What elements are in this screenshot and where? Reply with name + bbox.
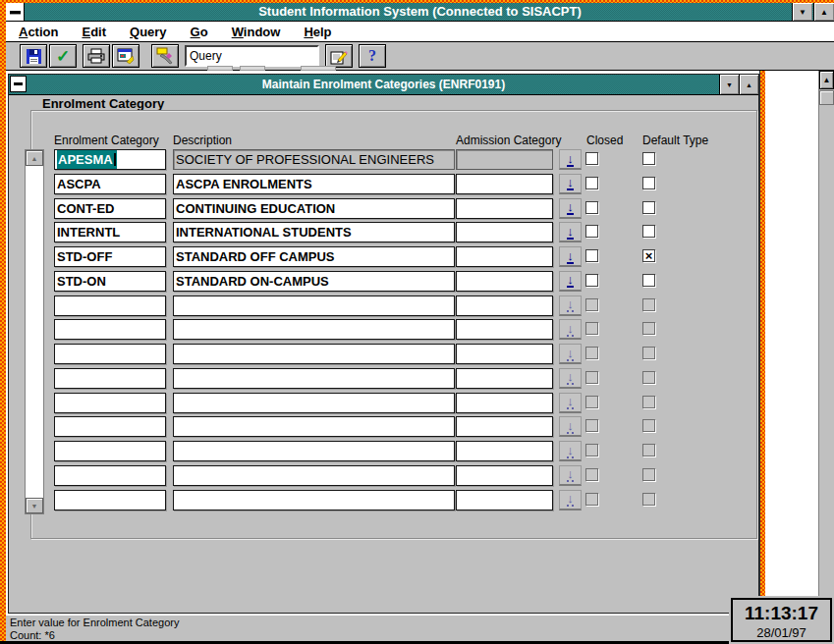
- menu-go[interactable]: Go: [191, 25, 208, 39]
- default-type-checkbox[interactable]: [642, 371, 655, 384]
- default-type-checkbox[interactable]: [642, 152, 655, 165]
- admission-category-field[interactable]: [456, 271, 553, 292]
- admission-category-field[interactable]: [456, 344, 553, 364]
- closed-checkbox[interactable]: [585, 371, 598, 384]
- maximize-button[interactable]: ▲: [813, 3, 834, 21]
- description-field[interactable]: [173, 490, 455, 510]
- enrolment-category-field[interactable]: [54, 368, 166, 389]
- description-field[interactable]: STANDARD ON-CAMPUS: [173, 271, 455, 292]
- default-type-checkbox[interactable]: [642, 274, 655, 287]
- default-type-checkbox[interactable]: [642, 225, 655, 238]
- closed-checkbox[interactable]: [585, 249, 598, 262]
- form-maximize-button[interactable]: ▲: [739, 75, 758, 94]
- print-button[interactable]: [83, 44, 110, 68]
- closed-checkbox[interactable]: [585, 274, 598, 287]
- enrolment-category-field[interactable]: STD-ON: [54, 271, 166, 292]
- admission-category-field[interactable]: [456, 319, 553, 340]
- form-minimize-button[interactable]: ▼: [719, 75, 739, 94]
- menu-help[interactable]: Help: [304, 25, 331, 39]
- closed-checkbox[interactable]: [585, 419, 598, 432]
- closed-checkbox[interactable]: [585, 493, 598, 506]
- edit-button[interactable]: [325, 44, 353, 68]
- admission-category-field[interactable]: [456, 368, 553, 389]
- admission-category-lov-button[interactable]: ↓: [559, 441, 582, 461]
- menu-window[interactable]: Window: [232, 25, 281, 39]
- default-type-checkbox[interactable]: [642, 249, 655, 262]
- description-field[interactable]: ASCPA ENROLMENTS: [173, 174, 455, 194]
- admission-category-lov-button[interactable]: ↓: [559, 295, 582, 316]
- admission-category-lov-button[interactable]: ↓: [559, 174, 582, 194]
- admission-category-field[interactable]: [456, 465, 553, 486]
- enrolment-category-field[interactable]: APESMA: [54, 149, 166, 170]
- admission-category-lov-button[interactable]: ↓: [559, 465, 582, 486]
- default-type-checkbox[interactable]: [642, 177, 655, 189]
- scroll-up-icon[interactable]: ▲: [819, 71, 834, 89]
- enrolment-category-field[interactable]: CONT-ED: [54, 198, 166, 219]
- admission-category-lov-button[interactable]: ↓: [559, 198, 582, 219]
- description-field[interactable]: SOCIETY OF PROFESSIONAL ENGINEERS: [173, 149, 455, 170]
- closed-checkbox[interactable]: [585, 177, 598, 189]
- description-field[interactable]: [173, 416, 455, 437]
- admission-category-field[interactable]: [456, 174, 553, 194]
- description-field[interactable]: INTERNATIONAL STUDENTS: [173, 222, 455, 242]
- closed-checkbox[interactable]: [585, 201, 598, 214]
- enrolment-category-field[interactable]: STD-OFF: [54, 246, 166, 267]
- description-field[interactable]: [173, 344, 455, 364]
- default-type-checkbox[interactable]: [642, 419, 655, 432]
- menu-query[interactable]: Query: [130, 25, 167, 39]
- admission-category-lov-button[interactable]: ↓: [559, 319, 582, 340]
- admission-category-field[interactable]: [456, 416, 553, 437]
- description-field[interactable]: [173, 368, 455, 389]
- closed-checkbox[interactable]: [585, 152, 598, 165]
- closed-checkbox[interactable]: [585, 396, 598, 408]
- save-button[interactable]: [20, 44, 47, 68]
- admission-category-lov-button[interactable]: ↓: [559, 149, 582, 170]
- description-field[interactable]: [173, 319, 455, 340]
- enrolment-category-field[interactable]: [54, 490, 166, 510]
- enrolment-category-field[interactable]: [54, 319, 166, 340]
- admission-category-field[interactable]: [456, 441, 553, 461]
- enrolment-category-field[interactable]: [54, 295, 166, 316]
- admission-category-field[interactable]: [456, 246, 553, 267]
- description-field[interactable]: CONTINUING EDUCATION: [173, 198, 455, 219]
- admission-category-field[interactable]: [456, 490, 553, 510]
- admission-category-lov-button[interactable]: ↓: [559, 344, 582, 364]
- closed-checkbox[interactable]: [585, 347, 598, 359]
- enter-query-button[interactable]: [151, 44, 179, 68]
- minimize-button[interactable]: ▼: [792, 3, 812, 21]
- admission-category-lov-button[interactable]: ↓: [559, 222, 582, 242]
- accept-button[interactable]: ✓: [49, 44, 77, 68]
- default-type-checkbox[interactable]: [642, 201, 655, 214]
- default-type-checkbox[interactable]: [642, 493, 655, 506]
- description-field[interactable]: [173, 393, 455, 413]
- default-type-checkbox[interactable]: [642, 396, 655, 408]
- default-type-checkbox[interactable]: [642, 322, 655, 335]
- closed-checkbox[interactable]: [585, 468, 598, 481]
- admission-category-lov-button[interactable]: ↓: [559, 490, 582, 510]
- default-type-checkbox[interactable]: [642, 444, 655, 456]
- print-setup-button[interactable]: [112, 44, 139, 68]
- admission-category-lov-button[interactable]: ↓: [559, 271, 582, 292]
- admission-category-lov-button[interactable]: ↓: [559, 393, 582, 413]
- enrolment-category-field[interactable]: [54, 465, 166, 486]
- admission-category-lov-button[interactable]: ↓: [559, 416, 582, 437]
- admission-category-field[interactable]: [456, 295, 553, 316]
- menu-edit[interactable]: Edit: [82, 25, 106, 39]
- description-field[interactable]: STANDARD OFF CAMPUS: [173, 246, 455, 267]
- scrollbar-thumb[interactable]: [819, 90, 834, 105]
- description-field[interactable]: [173, 465, 455, 486]
- admission-category-lov-button[interactable]: ↓: [559, 246, 582, 267]
- admission-category-field[interactable]: [456, 198, 553, 219]
- enrolment-category-field[interactable]: [54, 441, 166, 461]
- admission-category-lov-button[interactable]: ↓: [559, 368, 582, 389]
- system-menu-button[interactable]: [6, 3, 25, 21]
- enrolment-category-field[interactable]: ASCPA: [54, 174, 166, 194]
- default-type-checkbox[interactable]: [642, 468, 655, 481]
- enrolment-category-field[interactable]: [54, 416, 166, 437]
- help-button[interactable]: ?: [359, 44, 386, 68]
- closed-checkbox[interactable]: [585, 444, 598, 456]
- description-field[interactable]: [173, 441, 455, 461]
- closed-checkbox[interactable]: [585, 322, 598, 335]
- closed-checkbox[interactable]: [585, 298, 598, 311]
- admission-category-field[interactable]: [456, 222, 553, 242]
